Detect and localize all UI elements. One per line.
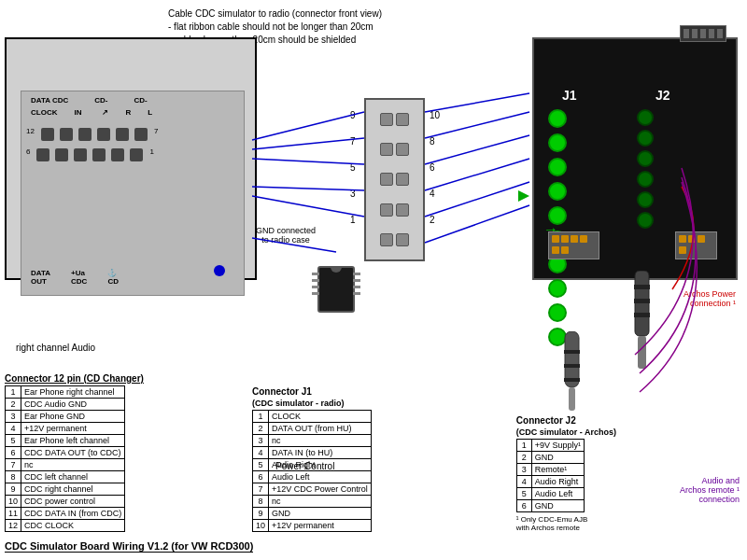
cable-note-line2: - flat ribbon cable should not be longer… [168, 21, 382, 34]
archos-power-label: Archos Power connection ¹ [684, 289, 736, 308]
pin-number: 8 [253, 496, 269, 508]
gnd-line2: to radio case [256, 235, 316, 245]
j2-table: 1+9V Supply¹2GND3Remote¹4Audio Right5Aud… [516, 439, 585, 512]
j1-c3 [548, 158, 567, 176]
j1-title-text: Connector J1 [252, 386, 312, 397]
lbl-plus-u: +UaCDC [71, 269, 87, 286]
table-row: 11CDC DATA IN (from CDC) [6, 508, 125, 520]
pin-number: 5 [516, 488, 531, 500]
j2-c6 [637, 212, 654, 229]
j2-c3 [637, 150, 654, 167]
table-row: 2DATA OUT (from HU) [253, 423, 372, 435]
table-row: 6Audio Left [253, 471, 372, 483]
pin-number: 3 [253, 435, 269, 447]
right-channel-audio-label: right channel Audio [16, 342, 95, 355]
sc-pin [698, 235, 705, 243]
pin-5 [116, 128, 129, 141]
lnum-9: 9 [350, 103, 356, 129]
j2-c5 [637, 191, 654, 208]
j2-fn-line1: ¹ Only CDC-Emu AJB [516, 515, 616, 524]
pin-7 [36, 148, 49, 161]
pin-number: 6 [6, 447, 21, 459]
ic-chip [317, 266, 355, 313]
pin-2 [60, 128, 73, 141]
sc-pin [561, 235, 569, 243]
rnum-10: 10 [430, 103, 440, 129]
pin-label: CDC right channel [21, 483, 125, 496]
pin-10 [92, 148, 106, 161]
ribbon-connector [364, 98, 425, 261]
gnd-line1: GND connected [256, 226, 316, 235]
svg-rect-4 [564, 378, 580, 382]
pin-label: +12V CDC Power Control [269, 483, 372, 496]
svg-rect-2 [564, 350, 580, 354]
connector-12-title-text: Connector 12 pin (CD Changer) [5, 373, 144, 384]
svg-rect-6 [638, 336, 646, 369]
radio-header2: CLOCK IN ↗ R L [31, 108, 152, 117]
svg-line-13 [252, 187, 364, 190]
rh-clock: CLOCK [31, 108, 57, 117]
radio-bottom-labels: DATAOUT +UaCDC ⚓CD [31, 269, 119, 286]
lnum-1: 1 [350, 207, 356, 233]
pin-number: 7 [6, 459, 21, 471]
pin-11 [111, 148, 124, 161]
pin-number: 9 [253, 508, 269, 520]
sc-pin [679, 246, 686, 254]
table-row: 2GND [516, 452, 584, 464]
audio-jack [551, 331, 593, 417]
pin-num-6: 6 [26, 147, 30, 162]
svg-line-10 [252, 112, 364, 140]
rnum-8: 8 [430, 129, 440, 155]
pin-number: 3 [6, 411, 21, 423]
pin-label: +12V permanent [21, 423, 125, 435]
pin-number: 2 [516, 452, 531, 464]
connector-j1-section: Connector J1 (CDC simulator - radio) 1CL… [252, 386, 372, 532]
pin-number: 1 [253, 411, 269, 423]
bottom-title: CDC Simulator Board Wiring V1.2 (for VW … [5, 540, 253, 553]
j2-title: Connector J2 [516, 415, 616, 426]
table-row: 1Ear Phone right channel [6, 386, 125, 399]
table-row: 6GND [516, 500, 584, 512]
archos-audio-label: Audio and Archos remote ¹ connection [680, 476, 740, 504]
diagram-container: Cable CDC simulator to radio (connector … [0, 0, 747, 560]
radio-box: DATA CDC CD- CD- CLOCK IN ↗ R L 12 7 [5, 37, 257, 280]
table-row: 7nc [6, 459, 125, 471]
pin-label: CDC DATA IN (from CDC) [21, 508, 125, 520]
pin-label: Audio Left [269, 471, 372, 483]
table-row: 6CDC DATA OUT (to CDC) [6, 447, 125, 459]
sc-pin [679, 235, 686, 243]
svg-marker-22 [518, 190, 529, 202]
svg-line-11 [252, 138, 364, 149]
j1-c4 [548, 182, 567, 201]
pin-label: nc [21, 459, 125, 471]
pin-label: Ear Phone GND [21, 411, 125, 423]
j1-c9 [548, 303, 567, 322]
pin-label: Ear Phone right channel [21, 386, 125, 399]
table-row: 9GND [253, 508, 372, 520]
pin-3 [78, 128, 92, 141]
aa-line3: connection [680, 495, 740, 504]
pin-label: CLOCK [269, 411, 372, 423]
rh-in: IN [74, 108, 81, 117]
svg-line-14 [252, 196, 364, 217]
small-connector-right [675, 231, 717, 259]
rca-line1: right channel Audio [16, 342, 95, 355]
pin-label: CDC CLOCK [21, 520, 125, 532]
pin-8 [55, 148, 68, 161]
connector-12-table: 1Ear Phone right channel2CDC Audio GND3E… [5, 385, 125, 532]
pin-number: 12 [6, 520, 21, 532]
gnd-dot [214, 265, 225, 276]
table-row: 8CDC left channel [6, 471, 125, 483]
pin-number: 10 [6, 496, 21, 508]
pin-6 [134, 128, 148, 141]
j1-title: Connector J1 [252, 386, 372, 397]
rh-r: ↗ [102, 108, 108, 117]
pin-label: +12V permanent [269, 520, 372, 532]
table-row: 3Remote¹ [516, 464, 584, 476]
power-connector [626, 271, 658, 375]
sc-pin [552, 246, 559, 254]
pin-label: Remote¹ [531, 464, 584, 476]
table-row: 4Audio Right [516, 476, 584, 488]
left-num-labels: 9 7 5 3 1 [350, 103, 356, 233]
j1-table: 1CLOCK2DATA OUT (from HU)3nc4DATA IN (to… [252, 410, 372, 532]
